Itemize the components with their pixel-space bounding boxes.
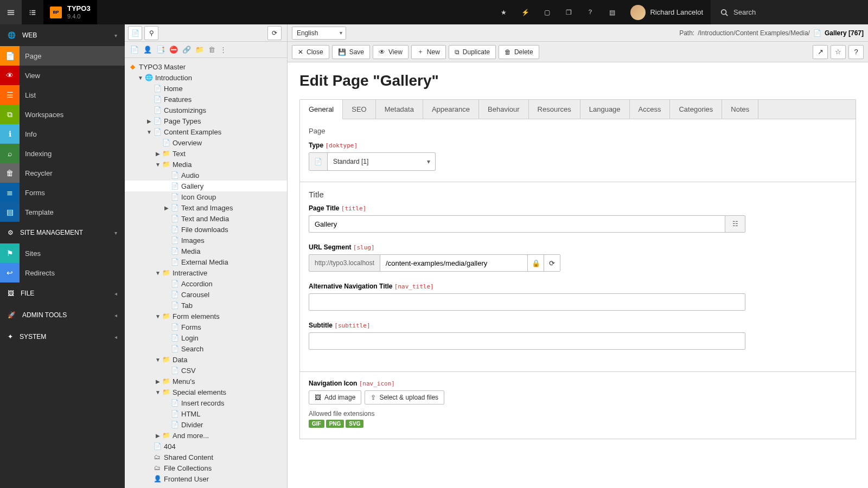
tree-toggle[interactable]: ▼: [154, 162, 162, 168]
slug-recalc-button[interactable]: ⟳: [544, 254, 560, 272]
tab-categories[interactable]: Categories: [670, 100, 722, 119]
tree-node[interactable]: ▼📁Media: [125, 159, 287, 170]
tree-node[interactable]: 📄Features: [125, 94, 287, 105]
new-page-button[interactable]: 📄: [128, 26, 142, 40]
tree-toggle[interactable]: ▼: [154, 357, 162, 363]
tree-toggle[interactable]: ▼: [137, 75, 144, 81]
tree-node[interactable]: 📄Overview: [125, 137, 287, 148]
language-select[interactable]: English: [292, 27, 346, 40]
pt-stop-icon[interactable]: ⛔: [169, 46, 178, 54]
open-docs-button[interactable]: ▢: [536, 0, 558, 24]
tree-node[interactable]: ▶📁Text: [125, 148, 287, 159]
menu-item-view[interactable]: 👁View: [0, 66, 125, 85]
tab-resources[interactable]: Resources: [529, 100, 580, 119]
tree-node[interactable]: ▶📄Page Types: [125, 115, 287, 126]
filter-button[interactable]: ⚲: [144, 26, 158, 40]
pt-dup-icon[interactable]: 📑: [156, 46, 165, 54]
tab-general[interactable]: General: [300, 100, 343, 119]
refresh-tree-button[interactable]: ⟳: [267, 26, 282, 40]
duplicate-button[interactable]: ⧉Duplicate: [449, 45, 496, 59]
nav-title-input[interactable]: [309, 293, 745, 311]
tree-node[interactable]: ▶📁Menu's: [125, 376, 287, 387]
pt-sep-icon[interactable]: ⋮: [220, 46, 227, 54]
view-button[interactable]: 👁View: [373, 45, 409, 59]
page-title-suffix-button[interactable]: ☷: [725, 215, 745, 233]
menu-group-admin-tools[interactable]: 🚀ADMIN TOOLS◂: [0, 304, 125, 326]
pt-trash-icon[interactable]: 🗑: [208, 46, 215, 54]
tree-toggle[interactable]: ▶: [154, 378, 162, 384]
pt-link-icon[interactable]: 🔗: [182, 46, 191, 54]
save-button[interactable]: 💾Save: [332, 45, 370, 59]
menu-item-page[interactable]: 📄Page: [0, 46, 125, 66]
tree-node[interactable]: 📄Insert records: [125, 397, 287, 408]
add-image-button[interactable]: 🖼Add image: [309, 390, 361, 404]
menu-item-workspaces[interactable]: ⧉Workspaces: [0, 105, 125, 124]
tree-node[interactable]: ▶📄Text and Images: [125, 202, 287, 213]
pt-doc-icon[interactable]: 📄: [130, 46, 139, 54]
tree-toggle-button[interactable]: [22, 0, 43, 24]
tree-node[interactable]: ▼🌐Introduction: [125, 72, 287, 83]
tree-node[interactable]: 📄External Media: [125, 256, 287, 267]
tree-node[interactable]: 📄Home: [125, 83, 287, 94]
menu-item-sites[interactable]: ⚑Sites: [0, 243, 125, 263]
tree-node[interactable]: 📄HTML: [125, 408, 287, 419]
bookmark-doc-button[interactable]: ☆: [831, 45, 846, 59]
slug-lock-button[interactable]: 🔒: [528, 254, 544, 272]
tree-node[interactable]: 🗂File Collections: [125, 463, 287, 473]
tree-node[interactable]: ▼📁Special elements: [125, 387, 287, 397]
tree-node[interactable]: 📄Text and Media: [125, 213, 287, 224]
tree-node[interactable]: 📄Carousel: [125, 289, 287, 300]
tree-node[interactable]: 📄Forms: [125, 322, 287, 332]
tree-toggle[interactable]: ▼: [154, 270, 162, 276]
cache-button[interactable]: ⚡: [514, 0, 536, 24]
context-help-button[interactable]: ?: [848, 45, 864, 59]
tree-toggle[interactable]: ▶: [154, 151, 162, 157]
menu-group-file[interactable]: 🖼FILE◂: [0, 282, 125, 304]
help-button[interactable]: ？: [579, 0, 601, 24]
menu-group-system[interactable]: ✦SYSTEM◂: [0, 326, 125, 348]
tree-node[interactable]: 📄Search: [125, 343, 287, 354]
tab-language[interactable]: Language: [580, 100, 630, 119]
tab-metadata[interactable]: Metadata: [376, 100, 423, 119]
pt-user-icon[interactable]: 👤: [143, 46, 152, 54]
tree-toggle[interactable]: ▶: [145, 118, 153, 124]
tree-node[interactable]: 📄Divider: [125, 419, 287, 430]
new-button[interactable]: ＋New: [411, 45, 446, 59]
select-upload-button[interactable]: ⇪Select & upload files: [365, 390, 444, 404]
tab-appearance[interactable]: Appearance: [423, 100, 479, 119]
menu-item-list[interactable]: ☰List: [0, 85, 125, 105]
tree-node[interactable]: 👤Frontend User: [125, 473, 287, 484]
tree-node[interactable]: 📄Accordion: [125, 278, 287, 289]
menu-item-template[interactable]: ▤Template: [0, 202, 125, 222]
search-box[interactable]: Search: [711, 0, 868, 24]
bookmark-button[interactable]: ★: [493, 0, 514, 24]
tree-node[interactable]: 📄Tab: [125, 300, 287, 311]
subtitle-input[interactable]: [309, 332, 745, 350]
tree-node[interactable]: ▼📁Form elements: [125, 311, 287, 322]
share-button[interactable]: ↗: [813, 45, 828, 59]
tree-node[interactable]: 📄CSV: [125, 365, 287, 376]
url-segment-input[interactable]: [380, 254, 528, 272]
close-button[interactable]: ✕Close: [292, 45, 329, 59]
app-button[interactable]: ▤: [601, 0, 623, 24]
tree-toggle[interactable]: ▼: [145, 129, 153, 135]
menu-toggle-button[interactable]: [0, 0, 22, 24]
tree-node[interactable]: ▼📁Data: [125, 354, 287, 365]
menu-item-recycler[interactable]: 🗑Recycler: [0, 163, 125, 183]
pt-folder-icon[interactable]: 📁: [195, 46, 204, 54]
tab-access[interactable]: Access: [630, 100, 671, 119]
tree-node[interactable]: ▼📁Intreractive: [125, 267, 287, 278]
delete-button[interactable]: 🗑Delete: [499, 45, 539, 59]
menu-item-indexing[interactable]: ⌕Indexing: [0, 144, 125, 163]
tree-node[interactable]: 📄Customizings: [125, 105, 287, 115]
tree-node[interactable]: 📄Login: [125, 332, 287, 343]
tab-behaviour[interactable]: Behaviour: [479, 100, 529, 119]
tree-node[interactable]: 📄404: [125, 441, 287, 452]
menu-group-site-management[interactable]: ⚙SITE MANAGEMENT▾: [0, 222, 125, 243]
user-menu[interactable]: Richard Lancelot: [623, 0, 711, 24]
tree-node[interactable]: 📄File downloads: [125, 224, 287, 235]
page-tree[interactable]: ◆ TYPO3 Master ▼🌐Introduction📄Home📄Featu…: [125, 58, 287, 488]
tree-node[interactable]: ▶📁And more...: [125, 430, 287, 441]
menu-item-forms[interactable]: ≣Forms: [0, 183, 125, 202]
tree-node[interactable]: 📄Gallery: [125, 181, 287, 191]
